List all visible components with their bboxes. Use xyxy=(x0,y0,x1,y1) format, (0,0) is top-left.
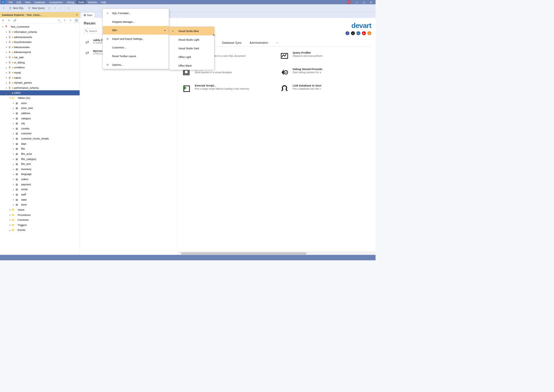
tree-node[interactable]: ▸🛢◆adventureworks xyxy=(0,34,80,39)
skin-menu-item[interactable]: Visual Studio Light xyxy=(169,35,214,44)
tools-menu-item[interactable]: Skin▸ xyxy=(103,26,169,35)
explorer-tree[interactable]: ▾📍Test_Connection▸🛢◆information_schema▸🛢… xyxy=(0,23,80,255)
tab-start[interactable]: ✪ Start xyxy=(81,12,95,18)
horizontal-scrollbar[interactable] xyxy=(178,252,376,255)
tree-node[interactable]: ▸📁Procedures xyxy=(0,212,80,217)
tree-node[interactable]: ▸▦payment xyxy=(0,182,80,187)
toolbar-button[interactable]: ☷ xyxy=(66,6,71,10)
toolbar-button[interactable]: ◫ xyxy=(47,6,52,10)
tree-node-label: customer xyxy=(21,132,31,135)
delete-icon[interactable]: ✕ xyxy=(7,18,11,22)
tree-node[interactable]: ▸📁Functions xyxy=(0,217,80,223)
rss-icon[interactable]: ● xyxy=(367,31,371,35)
skin-menu-item[interactable]: Office Light xyxy=(169,52,214,61)
tree-node[interactable]: ▸🛢◆bicyclestoredev xyxy=(0,39,80,45)
tree-node[interactable]: ▸▦film_actor xyxy=(0,151,80,157)
filter-remove-icon[interactable]: Y xyxy=(69,18,73,22)
menu-edit[interactable]: Edit xyxy=(15,0,23,4)
explorer-panel-close[interactable]: ✕ xyxy=(74,13,80,16)
tree-node[interactable]: ▸▦address xyxy=(0,111,80,116)
new-sql-button[interactable]: 🛢New SQL xyxy=(7,5,25,11)
tree-node[interactable]: ▸▦customer_movie_rentals xyxy=(0,136,80,141)
tree-node[interactable]: ▸▦inventory xyxy=(0,167,80,172)
menu-comparison[interactable]: Comparison xyxy=(47,0,65,4)
toolbar-icon[interactable]: ▾ xyxy=(1,6,6,10)
filter-add-icon[interactable]: Y+ xyxy=(57,18,61,22)
nav-tab-more[interactable]: ··· xyxy=(275,39,279,46)
feature-item[interactable]: Query ProfilerMeasure and tune perform xyxy=(280,51,370,61)
tools-menu-item[interactable]: Reset Toolbar Layout xyxy=(103,52,169,61)
tree-node[interactable]: ▸▦country xyxy=(0,126,80,131)
nav-tab-administration[interactable]: Administration xyxy=(249,39,269,46)
window-close-button[interactable]: ✕ xyxy=(367,1,374,3)
toolbar-dropdown[interactable]: ▾ xyxy=(53,6,57,10)
tree-node[interactable]: ▸📁Views xyxy=(0,207,80,212)
tree-node[interactable]: ▸🛢◆car_sale xyxy=(0,55,80,60)
skin-menu-item[interactable]: Visual Studio Dark xyxy=(169,44,214,53)
tree-node[interactable]: ▸▦film xyxy=(0,146,80,151)
menu-file[interactable]: File xyxy=(7,0,15,4)
feature-item[interactable]: Debug Stored ProceduStart debug session … xyxy=(280,68,370,77)
new-query-button[interactable]: 🛢New Query xyxy=(26,5,46,11)
feature-item[interactable]: Link Database to SourPut a database into… xyxy=(280,84,370,94)
menu-tools[interactable]: Tools xyxy=(76,0,86,4)
tree-node[interactable]: ▸🛢◆bikestoresprod xyxy=(0,50,80,55)
tree-node[interactable]: ▸▦store xyxy=(0,202,80,207)
tools-menu-item[interactable]: ⚙Options... xyxy=(103,61,169,69)
tree-node[interactable]: ▸▦film_category xyxy=(0,156,80,161)
filter-icon[interactable]: Y xyxy=(63,18,67,22)
tree-node[interactable]: ▾📍Test_Connection xyxy=(0,24,80,29)
tree-node[interactable]: ▸🛢◆cr_debug xyxy=(0,60,80,65)
tree-node[interactable]: ▸🛢◆olympic_games xyxy=(0,80,80,85)
tree-node[interactable]: ▸🛢◆performance_schema xyxy=(0,85,80,91)
tree-node[interactable]: ▸▦actor xyxy=(0,100,80,105)
tree-node[interactable]: ▸▦rental xyxy=(0,187,80,192)
tree-node[interactable]: ▸▦city xyxy=(0,121,80,126)
tree-node[interactable]: ▸📁Events xyxy=(0,227,80,233)
tree-node[interactable]: ▸▦state xyxy=(0,197,80,202)
tree-node[interactable]: ▸🛢◆nation xyxy=(0,75,80,80)
toolbar-button[interactable]: ◌ xyxy=(58,6,63,10)
window-restore-button[interactable]: ▢ xyxy=(360,1,367,3)
tree-node[interactable]: ▸▦language xyxy=(0,171,80,177)
tools-menu-item[interactable]: ≡SQL Formatter... xyxy=(103,9,169,18)
tree-node[interactable]: ▸▦orders xyxy=(0,177,80,182)
tree-node[interactable]: ▸▦film_text xyxy=(0,161,80,167)
tree-node[interactable]: ▸▦actor_new xyxy=(0,105,80,111)
table-icon: ▦ xyxy=(15,157,18,160)
view-mode-icon[interactable]: 👁 xyxy=(74,18,78,22)
tree-node[interactable]: ▸📁Triggers xyxy=(0,223,80,228)
tree-node[interactable]: ▸🛢◆information_schema xyxy=(0,29,80,35)
tree-node[interactable]: ▸▦dept xyxy=(0,141,80,146)
skin-menu-item[interactable]: ✓Visual Studio Blue xyxy=(169,27,214,35)
menu-view[interactable]: View xyxy=(23,0,33,4)
facebook-icon[interactable]: f xyxy=(345,31,349,35)
tree-node[interactable]: ▸▦customer xyxy=(0,131,80,136)
feature-item[interactable]: Execute Script...Run a large script with… xyxy=(182,84,272,94)
tools-menu-item[interactable]: Customize... xyxy=(103,43,169,52)
tree-node[interactable]: ▸▦staff xyxy=(0,192,80,197)
menu-window[interactable]: Window xyxy=(86,0,99,4)
window-minimize-button[interactable]: — xyxy=(353,1,360,3)
tools-menu-item[interactable]: Snippets Manager... xyxy=(103,17,169,26)
nav-tab-database-sync[interactable]: Database Sync xyxy=(221,39,242,46)
refresh-icon[interactable]: ⟳ xyxy=(1,18,5,22)
skin-menu-item[interactable]: Office Black xyxy=(169,61,214,70)
menu-debug[interactable]: Debug xyxy=(65,0,76,4)
tree-node[interactable]: ▸🛢◆mysql xyxy=(0,70,80,75)
linkedin-icon[interactable]: in xyxy=(356,31,360,35)
explorer-panel-tab[interactable]: Database Explorer - Test_Conn... xyxy=(0,12,74,18)
tree-node[interactable]: ▾📁Tables (21) xyxy=(0,95,80,101)
tools-menu-item[interactable]: ⚙Import and Export Settings... xyxy=(103,35,169,43)
tree-node[interactable]: ▾🛢◆sakila xyxy=(0,90,80,95)
menu-help[interactable]: Help xyxy=(99,0,108,4)
menu-database[interactable]: Database xyxy=(32,0,47,4)
tree-node[interactable]: ▸🛢◆crmdemo xyxy=(0,65,80,70)
menubar: S File Edit View Database Comparison Deb… xyxy=(0,0,376,4)
tree-node[interactable]: ▸▦category xyxy=(0,116,80,121)
youtube-icon[interactable]: ▶ xyxy=(362,31,366,35)
attach-icon[interactable]: 🔗 xyxy=(13,18,17,22)
user-badge[interactable]: SH xyxy=(347,0,351,4)
tree-node[interactable]: ▸🛢◆bikestoresdev xyxy=(0,45,80,50)
x-icon[interactable]: x xyxy=(351,31,355,35)
